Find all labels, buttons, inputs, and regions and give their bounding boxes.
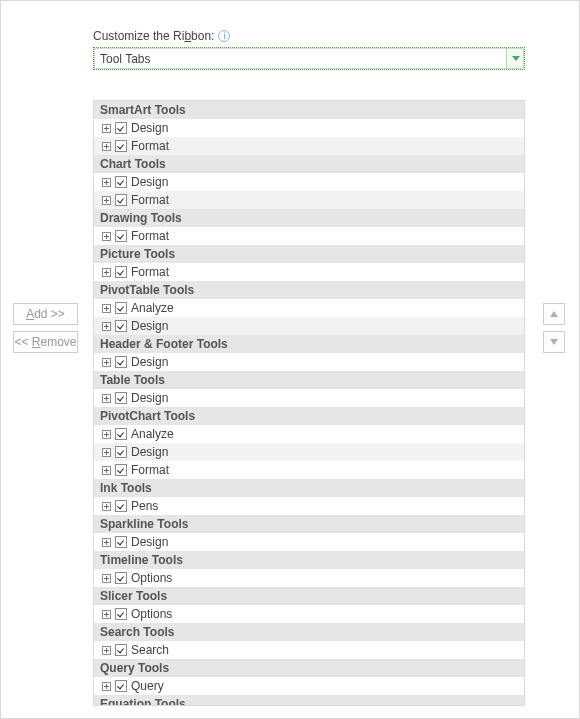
tab-label: Design bbox=[131, 319, 168, 333]
expand-icon[interactable] bbox=[102, 322, 111, 331]
expand-icon[interactable] bbox=[102, 502, 111, 511]
checkbox[interactable] bbox=[115, 428, 127, 440]
tab-item[interactable]: Format bbox=[94, 263, 524, 281]
tab-label: Format bbox=[131, 265, 169, 279]
tab-item[interactable]: Design bbox=[94, 119, 524, 137]
tab-label: Format bbox=[131, 193, 169, 207]
expand-icon[interactable] bbox=[102, 358, 111, 367]
group-header[interactable]: Drawing Tools bbox=[94, 209, 524, 227]
expand-icon[interactable] bbox=[102, 646, 111, 655]
checkbox[interactable] bbox=[115, 680, 127, 692]
checkbox[interactable] bbox=[115, 392, 127, 404]
group-header[interactable]: PivotChart Tools bbox=[94, 407, 524, 425]
group-header[interactable]: PivotTable Tools bbox=[94, 281, 524, 299]
checkbox[interactable] bbox=[115, 356, 127, 368]
tab-item[interactable]: Format bbox=[94, 227, 524, 245]
group-header[interactable]: Chart Tools bbox=[94, 155, 524, 173]
checkbox[interactable] bbox=[115, 608, 127, 620]
tab-item[interactable]: Query bbox=[94, 677, 524, 695]
add-button[interactable]: Add >> bbox=[13, 303, 78, 325]
tab-item[interactable]: Analyze bbox=[94, 425, 524, 443]
tab-label: Options bbox=[131, 571, 172, 585]
expand-icon[interactable] bbox=[102, 196, 111, 205]
tab-label: Format bbox=[131, 139, 169, 153]
tab-item[interactable]: Design bbox=[94, 389, 524, 407]
tab-label: Search bbox=[131, 643, 169, 657]
expand-icon[interactable] bbox=[102, 448, 111, 457]
tab-label: Format bbox=[131, 463, 169, 477]
expand-icon[interactable] bbox=[102, 574, 111, 583]
expand-icon[interactable] bbox=[102, 394, 111, 403]
tab-label: Design bbox=[131, 391, 168, 405]
tab-label: Analyze bbox=[131, 427, 174, 441]
tab-item[interactable]: Design bbox=[94, 353, 524, 371]
svg-marker-0 bbox=[512, 56, 520, 61]
expand-icon[interactable] bbox=[102, 268, 111, 277]
tab-label: Design bbox=[131, 121, 168, 135]
group-header[interactable]: Picture Tools bbox=[94, 245, 524, 263]
expand-icon[interactable] bbox=[102, 682, 111, 691]
group-header[interactable]: SmartArt Tools bbox=[94, 101, 524, 119]
tab-label: Pens bbox=[131, 499, 158, 513]
expand-icon[interactable] bbox=[102, 178, 111, 187]
checkbox[interactable] bbox=[115, 194, 127, 206]
tab-item[interactable]: Options bbox=[94, 569, 524, 587]
reorder-buttons bbox=[543, 303, 565, 359]
checkbox[interactable] bbox=[115, 500, 127, 512]
tab-item[interactable]: Format bbox=[94, 191, 524, 209]
tab-item[interactable]: Search bbox=[94, 641, 524, 659]
checkbox[interactable] bbox=[115, 536, 127, 548]
chevron-down-icon bbox=[506, 48, 524, 69]
checkbox[interactable] bbox=[115, 230, 127, 242]
move-up-button[interactable] bbox=[543, 303, 565, 325]
transfer-buttons: Add >> << Remove bbox=[13, 303, 78, 359]
expand-icon[interactable] bbox=[102, 304, 111, 313]
remove-button[interactable]: << Remove bbox=[13, 331, 78, 353]
tab-label: Options bbox=[131, 607, 172, 621]
checkbox[interactable] bbox=[115, 122, 127, 134]
label-post: bon: bbox=[191, 29, 214, 43]
group-header[interactable]: Ink Tools bbox=[94, 479, 524, 497]
checkbox[interactable] bbox=[115, 644, 127, 656]
tab-item[interactable]: Pens bbox=[94, 497, 524, 515]
checkbox[interactable] bbox=[115, 176, 127, 188]
expand-icon[interactable] bbox=[102, 610, 111, 619]
tab-item[interactable]: Design bbox=[94, 317, 524, 335]
tab-item[interactable]: Design bbox=[94, 533, 524, 551]
group-header[interactable]: Header & Footer Tools bbox=[94, 335, 524, 353]
checkbox[interactable] bbox=[115, 320, 127, 332]
tab-item[interactable]: Format bbox=[94, 137, 524, 155]
checkbox[interactable] bbox=[115, 572, 127, 584]
expand-icon[interactable] bbox=[102, 142, 111, 151]
checkbox[interactable] bbox=[115, 266, 127, 278]
group-header[interactable]: Timeline Tools bbox=[94, 551, 524, 569]
expand-icon[interactable] bbox=[102, 538, 111, 547]
svg-marker-1 bbox=[550, 311, 558, 317]
group-header[interactable]: Slicer Tools bbox=[94, 587, 524, 605]
label-pre: Customize the Ri bbox=[93, 29, 184, 43]
group-header[interactable]: Query Tools bbox=[94, 659, 524, 677]
group-header[interactable]: Search Tools bbox=[94, 623, 524, 641]
tab-item[interactable]: Options bbox=[94, 605, 524, 623]
expand-icon[interactable] bbox=[102, 232, 111, 241]
ribbon-tabs-listbox[interactable]: SmartArt ToolsDesignFormatChart ToolsDes… bbox=[93, 100, 525, 706]
checkbox[interactable] bbox=[115, 446, 127, 458]
tab-item[interactable]: Design bbox=[94, 443, 524, 461]
ribbon-scope-dropdown[interactable]: Tool Tabs bbox=[93, 47, 525, 70]
checkbox[interactable] bbox=[115, 464, 127, 476]
move-down-button[interactable] bbox=[543, 331, 565, 353]
tab-item[interactable]: Design bbox=[94, 173, 524, 191]
group-header[interactable]: Sparkline Tools bbox=[94, 515, 524, 533]
info-icon[interactable]: i bbox=[218, 30, 230, 42]
group-header[interactable]: Table Tools bbox=[94, 371, 524, 389]
expand-icon[interactable] bbox=[102, 466, 111, 475]
tab-item[interactable]: Analyze bbox=[94, 299, 524, 317]
expand-icon[interactable] bbox=[102, 124, 111, 133]
tab-label: Design bbox=[131, 535, 168, 549]
checkbox[interactable] bbox=[115, 302, 127, 314]
group-header[interactable]: Equation Tools bbox=[94, 695, 524, 706]
tab-item[interactable]: Format bbox=[94, 461, 524, 479]
expand-icon[interactable] bbox=[102, 430, 111, 439]
svg-marker-2 bbox=[550, 339, 558, 345]
checkbox[interactable] bbox=[115, 140, 127, 152]
